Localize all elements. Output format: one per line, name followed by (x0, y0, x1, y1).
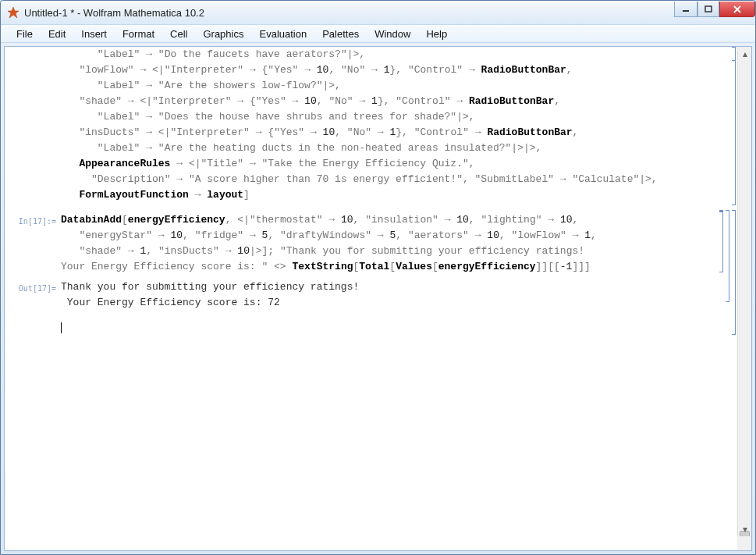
menu-insert[interactable]: Insert (73, 27, 115, 41)
menu-evaluation[interactable]: Evaluation (251, 27, 314, 41)
app-window: Untitled-1 * - Wolfram Mathematica 10.2 … (0, 0, 756, 555)
input-cell-17[interactable]: In[17]:= DatabinAdd[energyEfficiency, <|… (5, 210, 737, 277)
vertical-scrollbar[interactable]: ▴ ▾ (737, 47, 751, 536)
input-cell-partial[interactable]: "Label" → "Do the faucets have aerators?… (5, 47, 737, 205)
maximize-button[interactable] (697, 2, 719, 17)
output-line-2: Your Energy Efficiency score is: 72 (61, 297, 280, 308)
notebook[interactable]: "Label" → "Do the faucets have aerators?… (5, 47, 737, 550)
svg-marker-0 (8, 7, 19, 18)
window-buttons (674, 2, 755, 19)
output-cell-17[interactable]: Out[17]= Thank you for submitting your e… (5, 277, 737, 313)
app-icon (7, 6, 20, 19)
scroll-down-arrow[interactable]: ▾ (738, 522, 751, 536)
menu-palettes[interactable]: Palettes (314, 27, 367, 41)
content-area: "Label" → "Do the faucets have aerators?… (4, 46, 752, 551)
svg-rect-2 (705, 6, 712, 12)
menu-format[interactable]: Format (115, 27, 162, 41)
close-button[interactable] (719, 2, 755, 17)
out-label: Out[17]= (5, 281, 56, 297)
scroll-corner (737, 536, 751, 550)
menu-file[interactable]: File (9, 27, 41, 41)
menu-graphics[interactable]: Graphics (195, 27, 251, 41)
scroll-up-arrow[interactable]: ▴ (738, 47, 751, 61)
menu-cell[interactable]: Cell (162, 27, 195, 41)
in-label: In[17]:= (5, 214, 56, 229)
output-line-1: Thank you for submitting your efficiency… (61, 281, 359, 293)
window-title: Untitled-1 * - Wolfram Mathematica 10.2 (24, 7, 674, 19)
menu-window[interactable]: Window (367, 27, 418, 41)
titlebar[interactable]: Untitled-1 * - Wolfram Mathematica 10.2 (1, 1, 755, 24)
new-cell-cursor[interactable] (5, 318, 737, 338)
menubar: File Edit Insert Format Cell Graphics Ev… (1, 24, 755, 43)
menu-help[interactable]: Help (418, 27, 455, 41)
minimize-button[interactable] (674, 2, 697, 17)
menu-edit[interactable]: Edit (41, 27, 73, 41)
